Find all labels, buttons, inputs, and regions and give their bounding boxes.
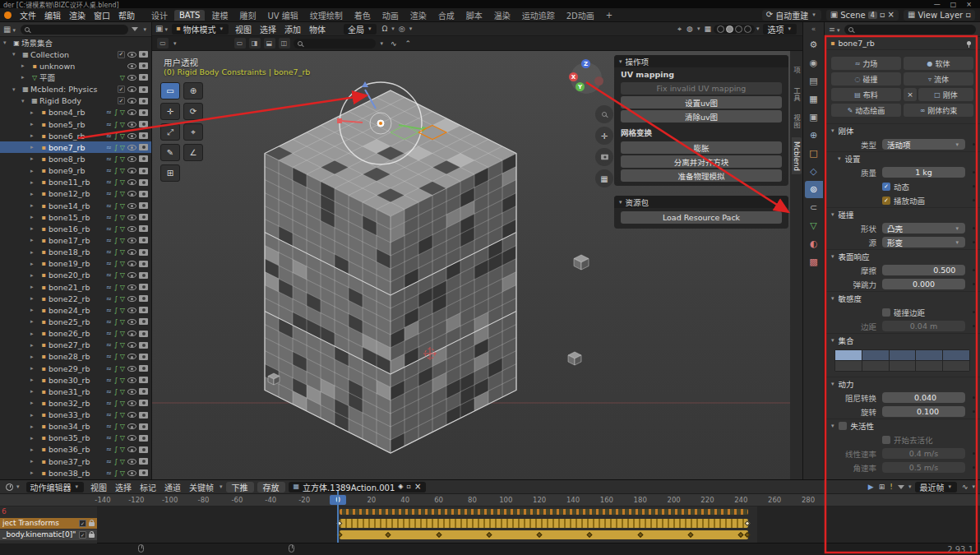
outliner-row[interactable]: ▸▪bone28_rb≈∫▽ — [0, 351, 151, 363]
mute-checkbox[interactable]: ✓ — [79, 520, 86, 527]
channel-row-kinematic[interactable]: _body.kinematic[0]" ✓ — [0, 530, 97, 540]
outliner-row[interactable]: ▸▪bone37_rb≈∫▽ — [0, 456, 151, 467]
linear-velocity-field[interactable]: 0.4 m/s — [882, 448, 965, 459]
eye-icon[interactable] — [127, 75, 136, 81]
angular-velocity-field[interactable]: 0.5 m/s — [882, 462, 965, 473]
workspace-tab[interactable]: 动画 — [377, 8, 404, 22]
exclude-checkbox[interactable]: ✓ — [118, 86, 125, 93]
workspace-tab[interactable]: 着色 — [349, 8, 376, 22]
rigid-body-constraint-button[interactable]: ∞刚体约束 — [904, 104, 973, 117]
menu-文件[interactable]: 文件 — [16, 9, 40, 21]
outliner-row[interactable]: ▸▪bone4_rb≈∫▽ — [0, 107, 151, 118]
scene-users-badge[interactable]: 4 — [868, 12, 877, 19]
timeline-menu-通道[interactable]: 通道 — [160, 481, 185, 493]
properties-tab-render[interactable]: ◉ — [805, 54, 823, 72]
overlap-icon[interactable]: ⊞ — [876, 483, 888, 491]
transforms-keyframe-strip[interactable] — [340, 519, 748, 528]
clear-uv-button[interactable]: 清除uv图 — [621, 110, 782, 123]
outliner-row[interactable]: ▸▪bone21_rb≈∫▽ — [0, 281, 151, 293]
proportional-falloff-icon[interactable]: ∿ — [959, 483, 971, 491]
minimize-button[interactable]: — — [929, 1, 945, 8]
eye-icon[interactable] — [127, 319, 136, 325]
sensitivity-section-header[interactable]: ▾敏感度 — [825, 291, 980, 305]
summary-keyframe-strip[interactable] — [340, 509, 748, 515]
rigid-body-section-header[interactable]: ▾刚体 — [825, 123, 980, 137]
camera-view-button[interactable] — [595, 148, 613, 166]
fake-user-icon[interactable]: ◈ — [398, 483, 403, 490]
expand-arrow-icon[interactable]: ▸ — [30, 295, 39, 302]
expand-arrow-icon[interactable]: ▾ — [12, 51, 21, 58]
chevron-down-icon[interactable]: ▾ — [143, 26, 146, 33]
outliner-row[interactable]: ▸▪bone31_rb≈∫▽ — [0, 386, 151, 397]
collection-cell[interactable] — [916, 361, 942, 371]
chevron-down-icon[interactable]: ▾ — [908, 483, 912, 490]
outliner-row[interactable]: ▸▪bone30_rb≈∫▽ — [0, 374, 151, 386]
animate-dot[interactable] — [973, 396, 975, 399]
collection-cell[interactable] — [943, 350, 969, 360]
outliner-row[interactable]: ▸▪bone14_rb≈∫▽ — [0, 200, 151, 211]
outliner-row[interactable]: ▸▪bone11_rb≈∫▽ — [0, 177, 151, 188]
rotation-slider[interactable]: 0.100 — [882, 406, 965, 417]
expand-arrow-icon[interactable]: ▸ — [30, 249, 39, 256]
chevron-down-icon[interactable]: ▾ — [697, 25, 700, 32]
expand-arrow-icon[interactable]: ▾ — [3, 39, 12, 46]
workspace-tab[interactable]: 纹理绘制 — [305, 8, 348, 22]
new-scene-icon[interactable]: ▫ — [880, 11, 885, 19]
margin-field[interactable]: 0.04 m — [882, 321, 965, 331]
new-action-icon[interactable]: ▫ — [406, 483, 410, 490]
select-intersect-icon[interactable]: ◫ — [279, 38, 290, 49]
expand-arrow-icon[interactable]: ▸ — [30, 225, 39, 232]
eye-icon[interactable] — [127, 435, 136, 441]
eye-icon[interactable] — [127, 331, 136, 336]
menu-帮助[interactable]: 帮助 — [114, 9, 139, 21]
outliner-search-input[interactable] — [21, 25, 129, 35]
viewport-menu-视图[interactable]: 视图 — [231, 23, 256, 35]
outliner-row[interactable]: ▾▦Mcblend: Physics✓ — [0, 84, 151, 95]
rendered-shading-icon[interactable] — [744, 25, 751, 33]
dynamics-section-header[interactable]: ▾动力 — [825, 377, 980, 391]
eye-icon[interactable] — [127, 249, 136, 255]
expand-arrow-icon[interactable]: ▸ — [30, 144, 39, 150]
camera-icon[interactable] — [139, 354, 148, 360]
zoom-button[interactable] — [595, 105, 613, 123]
tool-transform[interactable]: ⌖ — [183, 123, 203, 141]
deactivation-section-header[interactable]: ▾ 失活性 — [825, 419, 980, 432]
workspace-tab[interactable]: 设计 — [146, 8, 173, 22]
snap-magnet-icon[interactable]: Ω — [379, 25, 390, 33]
outliner-row[interactable]: ▸▪bone26_rb≈∫▽ — [0, 328, 151, 340]
collection-cell[interactable] — [916, 350, 942, 360]
lock-icon[interactable] — [89, 534, 95, 538]
soft-body-button[interactable]: ●软体 — [904, 57, 973, 70]
axis-y-handle[interactable]: Y — [576, 82, 585, 91]
channel-row-transforms[interactable]: ject Transforms ✓ — [0, 518, 97, 529]
eye-icon[interactable] — [127, 459, 136, 465]
camera-icon[interactable] — [139, 284, 148, 290]
frame-ruler[interactable]: -140-120-100-80-60-40-200204060801001201… — [0, 494, 980, 506]
solid-shading-icon[interactable] — [726, 25, 733, 33]
eye-icon[interactable] — [127, 354, 136, 359]
camera-icon[interactable] — [139, 191, 148, 197]
expand-arrow-icon[interactable]: ▸ — [21, 74, 30, 81]
outliner-row[interactable]: ▸▪bone15_rb≈∫▽ — [0, 211, 151, 223]
camera-icon[interactable] — [139, 51, 148, 58]
pin-icon[interactable] — [967, 41, 971, 45]
collection-cell[interactable] — [862, 350, 889, 360]
eye-icon[interactable] — [127, 109, 136, 115]
outliner-row[interactable]: ▸▪bone24_rb≈∫▽ — [0, 304, 151, 316]
mode-dropdown[interactable]: ▪ 物体模式 ▾ — [172, 24, 229, 35]
expand-arrow-icon[interactable]: ▸ — [30, 342, 39, 349]
outliner-row[interactable]: ▸▪bone19_rb≈∫▽ — [0, 258, 151, 270]
type-dropdown[interactable]: 活动项▾ — [882, 139, 965, 150]
animate-dot[interactable] — [973, 452, 975, 455]
select-extend-icon[interactable]: ◨ — [249, 38, 261, 49]
collection-cell[interactable] — [890, 350, 916, 360]
show-gizmo-icon[interactable]: ⌖ — [675, 25, 684, 34]
blender-logo-icon[interactable] — [4, 12, 12, 19]
outliner-row[interactable]: ▸▪bone25_rb≈∫▽ — [0, 316, 151, 327]
timeline-menu-视图[interactable]: 视图 — [86, 481, 111, 493]
source-dropdown[interactable]: 形变▾ — [882, 237, 965, 247]
camera-icon[interactable] — [139, 423, 148, 430]
properties-tab-modifiers[interactable]: ◇ — [805, 163, 823, 180]
snap-mode-dropdown[interactable]: 最近帧▾ — [915, 482, 957, 493]
camera-icon[interactable] — [139, 74, 148, 81]
